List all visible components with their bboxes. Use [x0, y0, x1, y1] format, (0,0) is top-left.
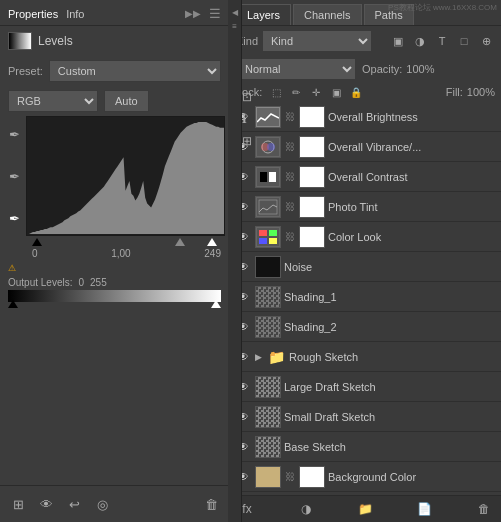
blend-select[interactable]: Normal: [236, 58, 356, 80]
undo-icon[interactable]: ↩: [64, 494, 84, 514]
trash-icon[interactable]: 🗑: [201, 494, 221, 514]
preset-row: Preset: Custom: [0, 56, 229, 86]
panel-menu-arrow[interactable]: ≡: [232, 22, 237, 32]
side-panel-icons: ⊡ ℹ ⊞: [242, 90, 252, 148]
layer-expand-icon[interactable]: ▶: [252, 348, 264, 366]
output-max-val: 255: [90, 277, 107, 288]
layer-chain-icon[interactable]: ⛓: [284, 198, 296, 216]
auto-button[interactable]: Auto: [104, 90, 149, 112]
panel-expand-icon[interactable]: ▶▶: [185, 8, 201, 19]
svg-rect-12: [259, 230, 267, 236]
layer-row[interactable]: 👁 ⛓ Background Color: [230, 462, 501, 492]
panel-menu-icon[interactable]: ☰: [209, 6, 221, 21]
layer-row[interactable]: 👁 ▶ 📁 Rough Sketch: [230, 342, 501, 372]
layer-name: Large Draft Sketch: [284, 381, 497, 393]
lock-artboard-icon[interactable]: ▣: [328, 84, 344, 100]
layer-chain-icon[interactable]: ⛓: [284, 168, 296, 186]
eyedropper-white-icon[interactable]: ✒: [9, 211, 20, 226]
white-point-handle[interactable]: [207, 238, 217, 246]
layer-name: Color Look: [328, 231, 497, 243]
channel-select[interactable]: RGB: [8, 90, 98, 112]
filter-shape-icon[interactable]: □: [455, 32, 473, 50]
layer-name: Noise: [284, 261, 497, 273]
output-label: Output Levels:: [8, 277, 72, 288]
delete-layer-icon[interactable]: 🗑: [475, 500, 493, 518]
svg-rect-7: [260, 172, 267, 182]
layer-mask-thumbnail: [299, 196, 325, 218]
layer-chain-icon[interactable]: ⛓: [284, 228, 296, 246]
warning-row: ⚠: [0, 261, 229, 275]
filter-type-icon[interactable]: T: [433, 32, 451, 50]
eye-preview-icon[interactable]: ◎: [92, 494, 112, 514]
layer-row[interactable]: 👁 Small Draft Sketch: [230, 402, 501, 432]
filter-adjust-icon[interactable]: ◑: [411, 32, 429, 50]
properties-header: Properties Info ▶▶ ☰: [0, 0, 229, 26]
lock-all-icon[interactable]: 🔒: [348, 84, 364, 100]
opacity-label: Opacity:: [362, 63, 402, 75]
layer-mask-thumbnail: [299, 166, 325, 188]
layer-row[interactable]: 👁 Shading_2: [230, 312, 501, 342]
layer-name: Rough Sketch: [289, 351, 497, 363]
layer-thumbnail: [255, 406, 281, 428]
input-min-val: 0: [32, 248, 38, 259]
black-point-handle[interactable]: [32, 238, 42, 246]
output-track[interactable]: [8, 290, 221, 302]
layer-thumbnail: [255, 136, 281, 158]
tab-channels[interactable]: Channels: [293, 4, 361, 25]
output-black-handle[interactable]: [8, 300, 18, 308]
lock-position-icon[interactable]: ✛: [308, 84, 324, 100]
info-icon[interactable]: ℹ: [242, 112, 252, 126]
opacity-value[interactable]: 100%: [406, 63, 434, 75]
layer-name: Base Sketch: [284, 441, 497, 453]
layer-chain-icon[interactable]: ⛓: [284, 108, 296, 126]
layer-name: Shading_1: [284, 291, 497, 303]
tab-properties[interactable]: Properties: [8, 8, 58, 20]
midpoint-handle[interactable]: [175, 238, 185, 246]
add-to-panel-icon[interactable]: ⊞: [8, 494, 28, 514]
fill-value[interactable]: 100%: [467, 86, 495, 98]
lock-image-icon[interactable]: ✏: [288, 84, 304, 100]
layers-icon[interactable]: ⊞: [242, 134, 252, 148]
levels-header: Levels: [0, 26, 229, 56]
layer-thumbnail: [255, 316, 281, 338]
channel-row: RGB Auto: [0, 86, 229, 116]
filter-smart-icon[interactable]: ⊕: [477, 32, 495, 50]
properties-panel: ◀ ≡ Properties Info ▶▶ ☰ Levels Preset: …: [0, 0, 230, 522]
svg-rect-8: [269, 172, 276, 182]
layer-chain-icon[interactable]: ⛓: [284, 468, 296, 486]
kind-select[interactable]: Kind: [262, 30, 372, 52]
new-group-icon[interactable]: 📁: [357, 500, 375, 518]
filter-pixel-icon[interactable]: ▣: [389, 32, 407, 50]
layer-thumbnail: [255, 226, 281, 248]
lock-transparent-icon[interactable]: ⬚: [268, 84, 284, 100]
tab-layers[interactable]: Layers: [236, 4, 291, 25]
layer-row[interactable]: 👁 ⛓ Overall Brightness: [230, 102, 501, 132]
layer-row[interactable]: 👁 ⛓ Overall Vibrance/...: [230, 132, 501, 162]
eyedropper-gray-icon[interactable]: ✒: [9, 169, 20, 184]
layer-row[interactable]: 👁 Noise: [230, 252, 501, 282]
layers-list: 👁 ⛓ Overall Brightness 👁 ⛓ Overall Vibra…: [230, 102, 501, 495]
folder-icon: 📁: [268, 349, 285, 365]
panel-collapse-arrow[interactable]: ◀: [232, 8, 238, 18]
layer-thumbnail: [255, 196, 281, 218]
layer-row[interactable]: 👁 Large Draft Sketch: [230, 372, 501, 402]
layer-name: Small Draft Sketch: [284, 411, 497, 423]
canvas-icon[interactable]: ⊡: [242, 90, 252, 104]
layer-row[interactable]: 👁 ⛓ Color Look: [230, 222, 501, 252]
layer-row[interactable]: 👁 Base Sketch: [230, 432, 501, 462]
eyedropper-black-icon[interactable]: ✒: [9, 127, 20, 142]
input-max-val: 249: [204, 248, 221, 259]
new-layer-icon[interactable]: 📄: [416, 500, 434, 518]
layer-row[interactable]: 👁 ⛓ Overall Contrast: [230, 162, 501, 192]
tab-info[interactable]: Info: [66, 8, 84, 20]
layer-row[interactable]: 👁 ⛓ Photo Tint: [230, 192, 501, 222]
preset-select[interactable]: Custom: [49, 60, 221, 82]
output-white-handle[interactable]: [211, 300, 221, 308]
bottom-tools: ⊞ 👁 ↩ ◎ 🗑: [0, 485, 229, 522]
layer-chain-icon[interactable]: ⛓: [284, 138, 296, 156]
adjustment-layer-icon[interactable]: ◑: [297, 500, 315, 518]
svg-point-5: [267, 143, 275, 151]
visibility-icon[interactable]: 👁: [36, 494, 56, 514]
layer-mask-thumbnail: [299, 136, 325, 158]
layer-row[interactable]: 👁 Shading_1: [230, 282, 501, 312]
